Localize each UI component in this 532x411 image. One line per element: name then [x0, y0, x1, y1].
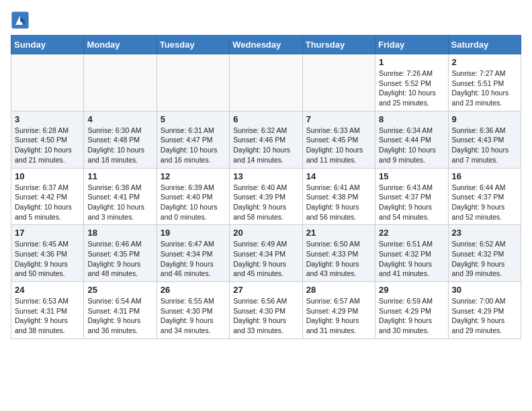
- calendar-cell: 26Sunrise: 6:55 AM Sunset: 4:30 PM Dayli…: [157, 282, 229, 339]
- calendar-week-4: 17Sunrise: 6:45 AM Sunset: 4:36 PM Dayli…: [11, 225, 521, 282]
- weekday-header-sunday: Sunday: [11, 36, 84, 54]
- day-info: Sunrise: 6:51 AM Sunset: 4:32 PM Dayligh…: [379, 239, 444, 279]
- calendar-cell: 8Sunrise: 6:34 AM Sunset: 4:44 PM Daylig…: [375, 111, 448, 168]
- day-info: Sunrise: 6:43 AM Sunset: 4:37 PM Dayligh…: [379, 183, 444, 222]
- day-info: Sunrise: 6:38 AM Sunset: 4:41 PM Dayligh…: [87, 183, 152, 222]
- day-number: 3: [15, 114, 80, 124]
- day-number: 4: [87, 114, 152, 124]
- calendar-cell: 1Sunrise: 7:26 AM Sunset: 5:52 PM Daylig…: [375, 54, 448, 111]
- day-info: Sunrise: 7:27 AM Sunset: 5:51 PM Dayligh…: [452, 68, 517, 108]
- calendar-body: 1Sunrise: 7:26 AM Sunset: 5:52 PM Daylig…: [11, 54, 521, 339]
- calendar-cell: 11Sunrise: 6:38 AM Sunset: 4:41 PM Dayli…: [84, 168, 157, 225]
- day-number: 1: [379, 57, 444, 67]
- calendar-week-2: 3Sunrise: 6:28 AM Sunset: 4:50 PM Daylig…: [11, 111, 521, 168]
- calendar-cell: 7Sunrise: 6:33 AM Sunset: 4:45 PM Daylig…: [302, 111, 375, 168]
- calendar-cell: 9Sunrise: 6:36 AM Sunset: 4:43 PM Daylig…: [448, 111, 521, 168]
- calendar-cell: 29Sunrise: 6:59 AM Sunset: 4:29 PM Dayli…: [375, 282, 448, 339]
- day-info: Sunrise: 6:28 AM Sunset: 4:50 PM Dayligh…: [15, 126, 80, 165]
- day-info: Sunrise: 6:52 AM Sunset: 4:32 PM Dayligh…: [452, 239, 517, 279]
- day-info: Sunrise: 6:36 AM Sunset: 4:43 PM Dayligh…: [452, 126, 517, 165]
- day-number: 11: [87, 171, 152, 181]
- logo: [11, 11, 32, 30]
- calendar-cell: 3Sunrise: 6:28 AM Sunset: 4:50 PM Daylig…: [11, 111, 84, 168]
- day-info: Sunrise: 6:41 AM Sunset: 4:38 PM Dayligh…: [306, 183, 371, 222]
- calendar-cell: 16Sunrise: 6:44 AM Sunset: 4:37 PM Dayli…: [448, 168, 521, 225]
- calendar-cell: 13Sunrise: 6:40 AM Sunset: 4:39 PM Dayli…: [230, 168, 302, 225]
- day-number: 29: [379, 285, 444, 295]
- day-info: Sunrise: 6:45 AM Sunset: 4:36 PM Dayligh…: [15, 239, 80, 279]
- day-info: Sunrise: 6:56 AM Sunset: 4:30 PM Dayligh…: [233, 296, 298, 336]
- calendar-cell: 30Sunrise: 7:00 AM Sunset: 4:29 PM Dayli…: [448, 282, 521, 339]
- weekday-header-monday: Monday: [84, 36, 157, 54]
- calendar-cell: [302, 54, 375, 111]
- day-info: Sunrise: 6:54 AM Sunset: 4:31 PM Dayligh…: [87, 296, 152, 336]
- day-info: Sunrise: 6:31 AM Sunset: 4:47 PM Dayligh…: [161, 126, 226, 165]
- day-number: 24: [15, 285, 80, 295]
- calendar-cell: 17Sunrise: 6:45 AM Sunset: 4:36 PM Dayli…: [11, 225, 84, 282]
- day-info: Sunrise: 6:39 AM Sunset: 4:40 PM Dayligh…: [161, 183, 226, 222]
- page-header: [11, 11, 521, 30]
- weekday-header-thursday: Thursday: [302, 36, 375, 54]
- day-number: 10: [15, 171, 80, 181]
- day-number: 26: [161, 285, 226, 295]
- day-number: 28: [306, 285, 371, 295]
- calendar-cell: 15Sunrise: 6:43 AM Sunset: 4:37 PM Dayli…: [375, 168, 448, 225]
- calendar-cell: 28Sunrise: 6:57 AM Sunset: 4:29 PM Dayli…: [302, 282, 375, 339]
- calendar-cell: 19Sunrise: 6:47 AM Sunset: 4:34 PM Dayli…: [157, 225, 229, 282]
- day-number: 21: [306, 228, 371, 238]
- calendar-week-3: 10Sunrise: 6:37 AM Sunset: 4:42 PM Dayli…: [11, 168, 521, 225]
- day-number: 6: [233, 114, 298, 124]
- day-number: 17: [15, 228, 80, 238]
- day-info: Sunrise: 6:55 AM Sunset: 4:30 PM Dayligh…: [161, 296, 226, 336]
- calendar-cell: [157, 54, 229, 111]
- day-info: Sunrise: 7:00 AM Sunset: 4:29 PM Dayligh…: [452, 296, 517, 336]
- calendar-cell: [84, 54, 157, 111]
- day-number: 20: [233, 228, 298, 238]
- day-number: 5: [161, 114, 226, 124]
- day-info: Sunrise: 6:37 AM Sunset: 4:42 PM Dayligh…: [15, 183, 80, 222]
- day-number: 14: [306, 171, 371, 181]
- day-info: Sunrise: 6:49 AM Sunset: 4:34 PM Dayligh…: [233, 239, 298, 279]
- day-number: 15: [379, 171, 444, 181]
- weekday-header-tuesday: Tuesday: [157, 36, 229, 54]
- calendar-cell: 4Sunrise: 6:30 AM Sunset: 4:48 PM Daylig…: [84, 111, 157, 168]
- calendar-cell: 18Sunrise: 6:46 AM Sunset: 4:35 PM Dayli…: [84, 225, 157, 282]
- day-number: 22: [379, 228, 444, 238]
- calendar-cell: 2Sunrise: 7:27 AM Sunset: 5:51 PM Daylig…: [448, 54, 521, 111]
- day-number: 8: [379, 114, 444, 124]
- day-number: 27: [233, 285, 298, 295]
- day-number: 19: [161, 228, 226, 238]
- day-info: Sunrise: 6:33 AM Sunset: 4:45 PM Dayligh…: [306, 126, 371, 165]
- calendar-cell: 25Sunrise: 6:54 AM Sunset: 4:31 PM Dayli…: [84, 282, 157, 339]
- calendar-cell: 23Sunrise: 6:52 AM Sunset: 4:32 PM Dayli…: [448, 225, 521, 282]
- calendar-table: SundayMondayTuesdayWednesdayThursdayFrid…: [11, 35, 521, 339]
- calendar-cell: 5Sunrise: 6:31 AM Sunset: 4:47 PM Daylig…: [157, 111, 229, 168]
- calendar-cell: [11, 54, 84, 111]
- calendar-header-row: SundayMondayTuesdayWednesdayThursdayFrid…: [11, 36, 521, 54]
- day-info: Sunrise: 7:26 AM Sunset: 5:52 PM Dayligh…: [379, 68, 444, 108]
- calendar-week-5: 24Sunrise: 6:53 AM Sunset: 4:31 PM Dayli…: [11, 282, 521, 339]
- calendar-week-1: 1Sunrise: 7:26 AM Sunset: 5:52 PM Daylig…: [11, 54, 521, 111]
- day-number: 9: [452, 114, 517, 124]
- calendar-cell: 10Sunrise: 6:37 AM Sunset: 4:42 PM Dayli…: [11, 168, 84, 225]
- weekday-header-friday: Friday: [375, 36, 448, 54]
- logo-icon: [11, 11, 30, 30]
- day-number: 25: [87, 285, 152, 295]
- calendar-cell: 14Sunrise: 6:41 AM Sunset: 4:38 PM Dayli…: [302, 168, 375, 225]
- day-info: Sunrise: 6:53 AM Sunset: 4:31 PM Dayligh…: [15, 296, 80, 336]
- day-info: Sunrise: 6:30 AM Sunset: 4:48 PM Dayligh…: [87, 126, 152, 165]
- calendar-cell: 20Sunrise: 6:49 AM Sunset: 4:34 PM Dayli…: [230, 225, 302, 282]
- calendar-cell: 22Sunrise: 6:51 AM Sunset: 4:32 PM Dayli…: [375, 225, 448, 282]
- day-info: Sunrise: 6:34 AM Sunset: 4:44 PM Dayligh…: [379, 126, 444, 165]
- calendar-cell: 12Sunrise: 6:39 AM Sunset: 4:40 PM Dayli…: [157, 168, 229, 225]
- day-number: 16: [452, 171, 517, 181]
- calendar-cell: 27Sunrise: 6:56 AM Sunset: 4:30 PM Dayli…: [230, 282, 302, 339]
- day-number: 30: [452, 285, 517, 295]
- day-info: Sunrise: 6:44 AM Sunset: 4:37 PM Dayligh…: [452, 183, 517, 222]
- day-number: 2: [452, 57, 517, 67]
- weekday-header-saturday: Saturday: [448, 36, 521, 54]
- calendar-cell: 24Sunrise: 6:53 AM Sunset: 4:31 PM Dayli…: [11, 282, 84, 339]
- weekday-header-wednesday: Wednesday: [230, 36, 302, 54]
- day-info: Sunrise: 6:59 AM Sunset: 4:29 PM Dayligh…: [379, 296, 444, 336]
- day-info: Sunrise: 6:46 AM Sunset: 4:35 PM Dayligh…: [87, 239, 152, 279]
